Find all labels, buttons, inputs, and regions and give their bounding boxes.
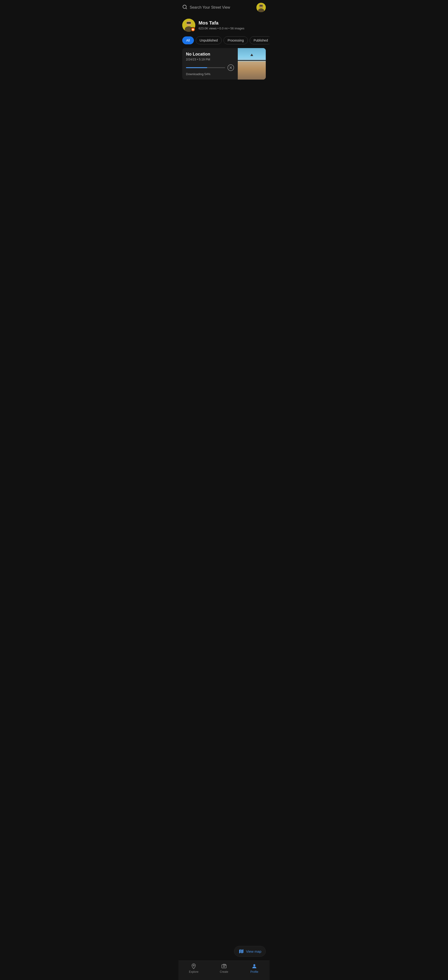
svg-rect-6 <box>260 5 262 6</box>
search-placeholder: Search Your Street View <box>190 5 230 10</box>
download-status: Downloading 54% <box>186 72 234 76</box>
progress-fill <box>186 67 207 68</box>
tab-processing[interactable]: Processing <box>224 37 248 45</box>
tab-all[interactable]: All <box>182 37 194 45</box>
tab-published[interactable]: Published <box>249 37 270 45</box>
svg-rect-9 <box>187 22 191 24</box>
content-spacer <box>178 81 270 175</box>
progress-bar <box>186 67 225 68</box>
photo-card-info: No Location 2/24/23 • 5:19 PM Downloadin… <box>182 48 238 80</box>
tab-unpublished[interactable]: Unpublished <box>196 37 222 45</box>
filter-tabs: All Unpublished Processing Published <box>178 35 270 46</box>
profile-stats: 623.0K views • 0.0 mi • 56 images <box>199 27 266 30</box>
cancel-button[interactable] <box>227 64 234 71</box>
profile-avatar-wrap <box>182 19 195 32</box>
search-bar: Search Your Street View <box>178 1 270 14</box>
profile-info: Mos Tafa 623.0K views • 0.0 mi • 56 imag… <box>199 20 266 30</box>
card-title: No Location <box>186 52 234 57</box>
progress-row <box>186 64 234 71</box>
profile-name: Mos Tafa <box>199 20 266 25</box>
photo-card[interactable]: No Location 2/24/23 • 5:19 PM Downloadin… <box>182 48 266 80</box>
header-avatar[interactable] <box>256 3 266 12</box>
search-input-area[interactable]: Search Your Street View <box>182 5 254 11</box>
svg-line-1 <box>186 8 187 9</box>
photo-thumbnail <box>238 48 266 80</box>
svg-marker-11 <box>192 28 194 30</box>
profile-section: Mos Tafa 623.0K views • 0.0 mi • 56 imag… <box>178 15 270 35</box>
verified-badge <box>191 27 195 32</box>
card-date: 2/24/23 • 5:19 PM <box>186 57 234 61</box>
search-icon <box>182 5 187 11</box>
